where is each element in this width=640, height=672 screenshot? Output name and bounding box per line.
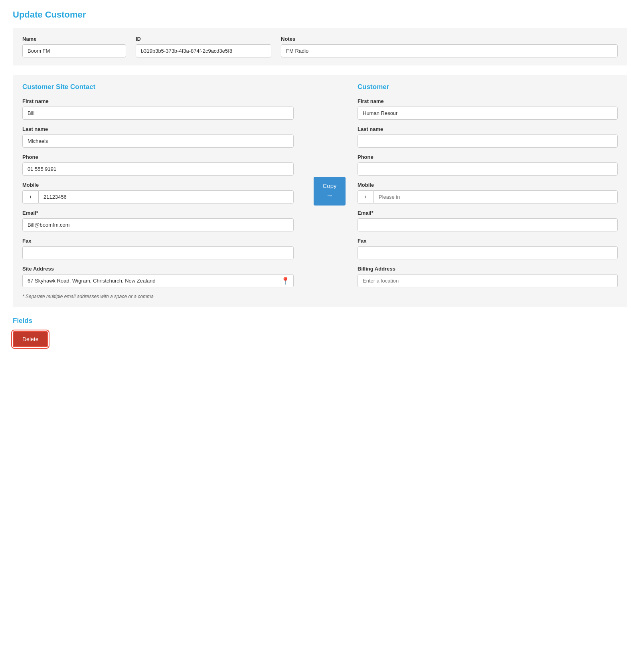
- name-label: Name: [22, 36, 126, 42]
- billing-email-input[interactable]: [358, 218, 618, 231]
- location-icon: 📍: [281, 277, 290, 285]
- billing-address-input-group: [358, 274, 618, 287]
- id-label: ID: [136, 36, 271, 42]
- billing-email-group: Email*: [358, 210, 618, 231]
- billing-first-name-label: First name: [358, 98, 618, 104]
- copy-button-area: Copy →: [310, 83, 350, 299]
- billing-last-name-group: Last name: [358, 126, 618, 148]
- site-last-name-input[interactable]: [22, 134, 294, 148]
- billing-fax-group: Fax: [358, 238, 618, 259]
- site-email-input[interactable]: [22, 218, 294, 231]
- copy-button-arrow: →: [326, 192, 333, 200]
- site-phone-input[interactable]: [22, 162, 294, 176]
- site-mobile-input[interactable]: [38, 190, 294, 204]
- contacts-section: Customer Site Contact First name Last na…: [13, 75, 627, 307]
- name-field-group: Name: [22, 36, 126, 57]
- email-note: * Separate multiple email addresses with…: [22, 294, 294, 299]
- notes-field-group: Notes: [281, 36, 618, 57]
- customer-top-card: Name ID Notes: [13, 28, 627, 65]
- site-phone-label: Phone: [22, 154, 294, 160]
- id-field-group: ID: [136, 36, 271, 57]
- site-last-name-group: Last name: [22, 126, 294, 148]
- site-phone-group: Phone: [22, 154, 294, 176]
- billing-first-name-input[interactable]: [358, 107, 618, 120]
- site-fax-group: Fax: [22, 238, 294, 259]
- fields-section: Fields Delete: [13, 317, 627, 355]
- site-fax-input[interactable]: [22, 246, 294, 259]
- copy-button[interactable]: Copy →: [314, 177, 346, 206]
- site-email-label: Email*: [22, 210, 294, 216]
- copy-button-label: Copy: [322, 182, 336, 189]
- billing-mobile-group: Mobile +: [358, 182, 618, 204]
- site-contact-title: Customer Site Contact: [22, 83, 294, 91]
- billing-phone-group: Phone: [358, 154, 618, 176]
- site-address-group: Site Address 📍: [22, 266, 294, 287]
- billing-mobile-prefix: +: [358, 190, 373, 204]
- billing-phone-label: Phone: [358, 154, 618, 160]
- billing-first-name-group: First name: [358, 98, 618, 120]
- site-mobile-group: Mobile +: [22, 182, 294, 204]
- fields-section-title: Fields: [13, 317, 627, 325]
- site-first-name-group: First name: [22, 98, 294, 120]
- site-fax-label: Fax: [22, 238, 294, 244]
- billing-phone-input[interactable]: [358, 162, 618, 176]
- site-address-input[interactable]: [22, 274, 294, 287]
- site-mobile-label: Mobile: [22, 182, 294, 188]
- notes-label: Notes: [281, 36, 618, 42]
- customer-contact-title: Customer: [358, 83, 618, 91]
- billing-mobile-input[interactable]: [373, 190, 618, 204]
- billing-address-label: Billing Address: [358, 266, 618, 272]
- delete-button[interactable]: Delete: [13, 331, 48, 347]
- id-input[interactable]: [136, 44, 271, 57]
- billing-last-name-label: Last name: [358, 126, 618, 132]
- billing-last-name-input[interactable]: [358, 134, 618, 148]
- billing-mobile-label: Mobile: [358, 182, 618, 188]
- customer-site-contact-column: Customer Site Contact First name Last na…: [22, 83, 310, 299]
- notes-input[interactable]: [281, 44, 618, 57]
- site-address-label: Site Address: [22, 266, 294, 272]
- site-address-input-group: 📍: [22, 274, 294, 287]
- site-first-name-input[interactable]: [22, 107, 294, 120]
- billing-fax-input[interactable]: [358, 246, 618, 259]
- page-title: Update Customer: [13, 10, 627, 20]
- site-last-name-label: Last name: [22, 126, 294, 132]
- billing-fax-label: Fax: [358, 238, 618, 244]
- billing-email-label: Email*: [358, 210, 618, 216]
- site-email-group: Email*: [22, 210, 294, 231]
- site-mobile-input-group: +: [22, 190, 294, 204]
- site-first-name-label: First name: [22, 98, 294, 104]
- site-mobile-prefix: +: [22, 190, 38, 204]
- customer-billing-contact-column: Customer First name Last name Phone Mobi…: [350, 83, 618, 299]
- billing-address-input[interactable]: [358, 274, 618, 287]
- billing-mobile-input-group: +: [358, 190, 618, 204]
- name-input[interactable]: [22, 44, 126, 57]
- billing-address-group: Billing Address: [358, 266, 618, 287]
